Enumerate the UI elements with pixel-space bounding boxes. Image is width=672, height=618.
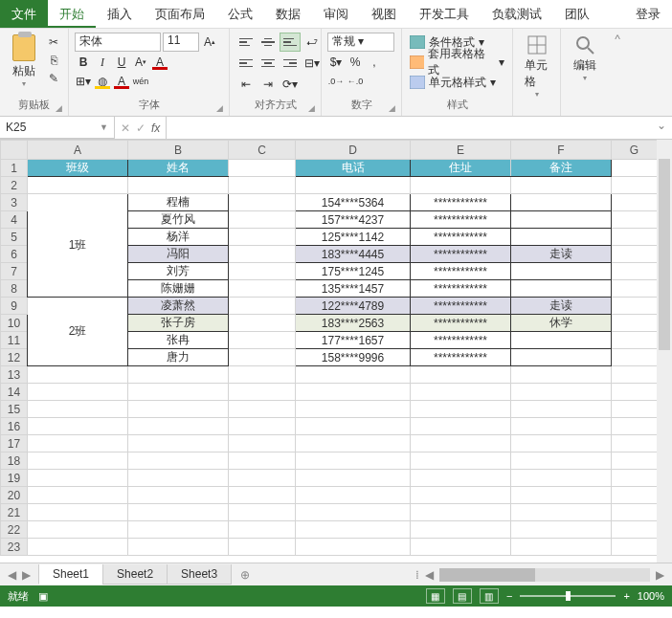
cell-D18[interactable]: [296, 452, 411, 470]
view-pagelayout-button[interactable]: ▤: [453, 588, 472, 604]
launcher-icon[interactable]: ◢: [389, 103, 395, 113]
cell-styles-button[interactable]: 单元格样式▾: [410, 73, 496, 92]
number-format-select[interactable]: 常规 ▾: [327, 33, 394, 52]
currency-button[interactable]: $▾: [327, 54, 345, 71]
fx-icon[interactable]: fx: [151, 121, 160, 135]
cell-F12[interactable]: [511, 349, 612, 366]
row-header-10[interactable]: 10: [1, 315, 28, 332]
menu-tab-6[interactable]: 视图: [360, 0, 408, 28]
cell-F20[interactable]: [511, 487, 612, 504]
cell-B7[interactable]: 刘芳: [128, 263, 229, 280]
row-header-4[interactable]: 4: [1, 211, 28, 229]
cell-B11[interactable]: 张冉: [128, 332, 229, 349]
cell-E13[interactable]: [411, 366, 511, 384]
paste-button[interactable]: 粘贴 ▾: [6, 33, 41, 88]
row-header-13[interactable]: 13: [1, 366, 28, 384]
zoom-level[interactable]: 100%: [638, 590, 664, 602]
macro-record-icon[interactable]: ▣: [38, 590, 48, 603]
orientation-button[interactable]: ⟳▾: [280, 75, 301, 94]
cell-F8[interactable]: [511, 280, 612, 298]
cell-C14[interactable]: [229, 384, 296, 401]
increase-decimal-button[interactable]: .0→: [327, 73, 345, 90]
cell-B6[interactable]: 冯阳: [128, 246, 229, 263]
cell-G9[interactable]: [612, 298, 658, 315]
row-header-12[interactable]: 12: [1, 349, 28, 366]
menu-login[interactable]: 登录: [624, 0, 672, 28]
cell-G17[interactable]: [612, 435, 658, 452]
cell-C16[interactable]: [229, 418, 296, 435]
copy-button[interactable]: ⎘: [45, 53, 62, 68]
cell-E15[interactable]: [411, 401, 511, 418]
italic-button[interactable]: I: [94, 54, 111, 71]
sheet-tab-sheet2[interactable]: Sheet2: [102, 564, 168, 585]
menu-tab-9[interactable]: 团队: [553, 0, 601, 28]
cell-F17[interactable]: [511, 435, 612, 452]
row-header-22[interactable]: 22: [1, 521, 28, 539]
cell-G3[interactable]: [612, 194, 658, 211]
cell-E22[interactable]: [411, 521, 511, 539]
cell-E21[interactable]: [411, 504, 511, 521]
cell-B9[interactable]: 凌萧然: [128, 298, 229, 315]
cell-A22[interactable]: [28, 521, 128, 539]
cell-G21[interactable]: [612, 504, 658, 521]
cell-G20[interactable]: [612, 487, 658, 504]
ribbon-collapse-button[interactable]: ^: [609, 29, 626, 116]
cell-F15[interactable]: [511, 401, 612, 418]
cell-E14[interactable]: [411, 384, 511, 401]
cell-C6[interactable]: [229, 246, 296, 263]
cell-C11[interactable]: [229, 332, 296, 349]
cell-G14[interactable]: [612, 384, 658, 401]
cancel-icon[interactable]: ✕: [121, 121, 130, 135]
cell-D5[interactable]: 125****1142: [296, 229, 411, 246]
border-button[interactable]: ⊞▾: [75, 73, 92, 90]
cell-F14[interactable]: [511, 384, 612, 401]
align-left-button[interactable]: [235, 54, 257, 73]
cell-D4[interactable]: 157****4237: [296, 211, 411, 229]
menu-tab-2[interactable]: 页面布局: [144, 0, 216, 28]
cell-B14[interactable]: [128, 384, 229, 401]
row-header-18[interactable]: 18: [1, 452, 28, 470]
cell-A21[interactable]: [28, 504, 128, 521]
bold-button[interactable]: B: [75, 54, 92, 71]
cell-E16[interactable]: [411, 418, 511, 435]
cell-A9[interactable]: 2班: [28, 298, 128, 366]
cell-C10[interactable]: [229, 315, 296, 332]
cell-F11[interactable]: [511, 332, 612, 349]
hscroll-left-icon[interactable]: ◀: [425, 568, 434, 582]
row-header-23[interactable]: 23: [1, 539, 28, 556]
cell-E18[interactable]: [411, 452, 511, 470]
cell-C2[interactable]: [229, 177, 296, 194]
comma-button[interactable]: ,: [366, 54, 383, 71]
cell-B5[interactable]: 杨洋: [128, 229, 229, 246]
sheet-tab-sheet1[interactable]: Sheet1: [38, 564, 103, 585]
enter-icon[interactable]: ✓: [136, 121, 146, 135]
decrease-decimal-button[interactable]: ←.0: [347, 73, 364, 90]
align-right-button[interactable]: [280, 54, 301, 73]
cell-B20[interactable]: [128, 487, 229, 504]
select-all-corner[interactable]: [1, 141, 28, 160]
launcher-icon[interactable]: ◢: [216, 103, 223, 113]
col-header-G[interactable]: G: [612, 141, 658, 160]
expand-formula-bar-button[interactable]: ⌄: [651, 117, 672, 139]
cell-F10[interactable]: 休学: [511, 315, 612, 332]
cell-E6[interactable]: ************: [411, 246, 511, 263]
row-header-3[interactable]: 3: [1, 194, 28, 211]
cell-B4[interactable]: 夏竹风: [128, 211, 229, 229]
cell-G4[interactable]: [612, 211, 658, 229]
col-header-A[interactable]: A: [28, 141, 128, 160]
cell-E19[interactable]: [411, 470, 511, 487]
cell-G5[interactable]: [612, 229, 658, 246]
view-pagebreak-button[interactable]: ▥: [480, 588, 499, 604]
cell-B16[interactable]: [128, 418, 229, 435]
cell-B21[interactable]: [128, 504, 229, 521]
cell-D3[interactable]: 154****5364: [296, 194, 411, 211]
cell-G15[interactable]: [612, 401, 658, 418]
cell-D11[interactable]: 177****1657: [296, 332, 411, 349]
cell-B19[interactable]: [128, 470, 229, 487]
row-header-2[interactable]: 2: [1, 177, 28, 194]
zoom-in-button[interactable]: +: [623, 590, 629, 602]
cell-F4[interactable]: [511, 211, 612, 229]
cell-G10[interactable]: [612, 315, 658, 332]
cell-F19[interactable]: [511, 470, 612, 487]
cell-F6[interactable]: 走读: [511, 246, 612, 263]
